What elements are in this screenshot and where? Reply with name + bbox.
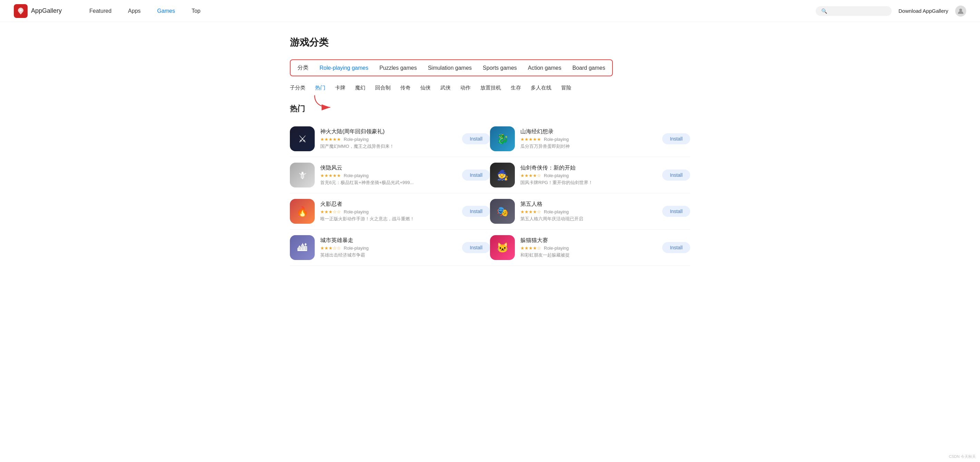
category-simulation[interactable]: Simulation games (428, 65, 472, 71)
app-item-huoying: 🔥 火影忍者 ★★★☆☆ Role-playing 唯一正版火影动作手游！火之意… (290, 193, 490, 229)
search-icon: 🔍 (821, 8, 827, 14)
app-desc-xianjian: 国风卡牌RPG！重开你的仙剑世界！ (520, 180, 624, 186)
app-meta-xiayinfengyun: ★★★★★ Role-playing (320, 173, 457, 178)
app-name-xianjian: 仙剑奇侠传：新的开始 (520, 164, 657, 172)
app-stars-xiayinfengyun: ★★★★★ (320, 173, 341, 178)
app-stars-diwirencha: ★★★★☆ (520, 209, 541, 214)
logo-area: AppGallery (14, 4, 62, 18)
app-meta-huoying: ★★★☆☆ Role-playing (320, 209, 457, 214)
app-genre-shanhai: Role-playing (544, 137, 569, 142)
app-genre-diwirencha: Role-playing (544, 209, 569, 214)
user-avatar[interactable] (955, 6, 966, 17)
app-icon-huoying: 🔥 (290, 199, 315, 224)
subcategory-idle[interactable]: 放置挂机 (480, 84, 501, 91)
app-desc-chengshi: 英雄出击经济城市争霸 (320, 252, 424, 258)
app-icon-diwirencha: 🎭 (490, 199, 515, 224)
app-info-chengshi: 城市英雄暴走 ★★★☆☆ Role-playing 英雄出击经济城市争霸 (320, 237, 457, 258)
app-desc-huoying: 唯一正版火影动作手游！火之意志，战斗重燃！ (320, 216, 424, 222)
app-meta-chengshi: ★★★☆☆ Role-playing (320, 245, 457, 251)
nav-apps[interactable]: Apps (128, 8, 140, 14)
app-meta-duomao: ★★★★☆ Role-playing (520, 245, 657, 251)
install-button-xiayinfengyun[interactable]: Install (462, 169, 490, 181)
app-name-shenhuo: 神火大陆(周年回归领豪礼) (320, 128, 457, 135)
app-genre-huoying: Role-playing (344, 209, 369, 214)
huawei-logo-icon (14, 4, 28, 18)
nav-top[interactable]: Top (191, 8, 200, 14)
subcategory-magic[interactable]: 魔幻 (355, 84, 366, 91)
main-content: 游戏分类 分类 Role-playing games Puzzles games… (283, 22, 697, 280)
app-item-shenhuo: ⚔ 神火大陆(周年回归领豪礼) ★★★★★ Role-playing 国产魔幻M… (290, 121, 490, 157)
app-stars-huoying: ★★★☆☆ (320, 209, 341, 214)
app-genre-shenhuo: Role-playing (344, 137, 369, 142)
app-desc-shenhuo: 国产魔幻MMO，魔王之战异兽归来！ (320, 143, 424, 150)
app-item-duomao: 🐱 躲猫猫大赛 ★★★★☆ Role-playing 和彩虹朋友一起躲藏被捉 I… (490, 229, 690, 266)
category-roleplaying[interactable]: Role-playing games (320, 65, 368, 71)
subcategory-adventure[interactable]: 冒险 (561, 84, 571, 91)
install-button-duomao[interactable]: Install (662, 242, 690, 253)
app-name-shanhai: 山海经幻想录 (520, 128, 657, 135)
subcategory-turn[interactable]: 回合制 (375, 84, 391, 91)
app-item-xiayinfengyun: 🗡 侠隐风云 ★★★★★ Role-playing 首充6元：极品红装+神兽坐骑… (290, 157, 490, 193)
app-name-diwirencha: 第五人格 (520, 201, 657, 208)
subcategory-card[interactable]: 卡牌 (335, 84, 345, 91)
app-meta-shanhai: ★★★★★ Role-playing (520, 137, 657, 142)
app-stars-duomao: ★★★★☆ (520, 245, 541, 251)
search-input[interactable] (830, 8, 886, 14)
nav-games[interactable]: Games (158, 8, 175, 14)
app-info-diwirencha: 第五人格 ★★★★☆ Role-playing 第五人格六周年庆活动现已开启 (520, 201, 657, 222)
install-button-chengshi[interactable]: Install (462, 242, 490, 253)
app-item-diwirencha: 🎭 第五人格 ★★★★☆ Role-playing 第五人格六周年庆活动现已开启… (490, 193, 690, 229)
app-grid: ⚔ 神火大陆(周年回归领豪礼) ★★★★★ Role-playing 国产魔幻M… (290, 121, 690, 266)
subcategory-survival[interactable]: 生存 (511, 84, 521, 91)
app-icon-shenhuo: ⚔ (290, 126, 315, 151)
app-info-xiayinfengyun: 侠隐风云 ★★★★★ Role-playing 首充6元：极品红装+神兽坐骑+极… (320, 164, 457, 186)
download-button[interactable]: Download AppGallery (899, 8, 948, 14)
app-meta-xianjian: ★★★★☆ Role-playing (520, 173, 657, 178)
category-puzzles[interactable]: Puzzles games (379, 65, 417, 71)
header-right: 🔍 Download AppGallery (816, 6, 966, 17)
category-selector: 分类 Role-playing games Puzzles games Simu… (290, 59, 613, 76)
app-icon-shanhai: 🐉 (490, 126, 515, 151)
header: AppGallery Featured Apps Games Top 🔍 Dow… (0, 0, 980, 22)
app-icon-xianjian: 🧙 (490, 162, 515, 188)
subcategory-action[interactable]: 动作 (460, 84, 471, 91)
subcategory-wuxia[interactable]: 武侠 (440, 84, 451, 91)
app-name-huoying: 火影忍者 (320, 201, 457, 208)
app-name: AppGallery (31, 7, 62, 14)
app-icon-chengshi: 🏙 (290, 235, 315, 260)
app-icon-xiayinfengyun: 🗡 (290, 162, 315, 188)
app-genre-xiayinfengyun: Role-playing (344, 173, 369, 178)
category-sports[interactable]: Sports games (483, 65, 517, 71)
arrow-indicator (311, 94, 336, 111)
svg-point-0 (20, 9, 22, 11)
main-nav: Featured Apps Games Top (89, 8, 816, 14)
app-icon-duomao: 🐱 (490, 235, 515, 260)
app-genre-chengshi: Role-playing (344, 245, 369, 251)
app-item-xianjian: 🧙 仙剑奇侠传：新的开始 ★★★★☆ Role-playing 国风卡牌RPG！… (490, 157, 690, 193)
app-stars-chengshi: ★★★☆☆ (320, 245, 341, 251)
subcategory-hot[interactable]: 热门 (315, 84, 325, 91)
subcategory-area: 子分类 热门 卡牌 魔幻 回合制 传奇 仙侠 武侠 动作 放置挂机 生存 多人在… (290, 84, 690, 91)
subcategory-legend[interactable]: 传奇 (400, 84, 410, 91)
search-box[interactable]: 🔍 (816, 6, 892, 16)
install-button-diwirencha[interactable]: Install (662, 206, 690, 217)
category-action[interactable]: Action games (528, 65, 562, 71)
install-button-shanhai[interactable]: Install (662, 133, 690, 144)
subcategory-xianxia[interactable]: 仙侠 (420, 84, 431, 91)
app-genre-xianjian: Role-playing (544, 173, 569, 178)
category-label: 分类 (298, 64, 309, 72)
app-item-chengshi: 🏙 城市英雄暴走 ★★★☆☆ Role-playing 英雄出击经济城市争霸 I… (290, 229, 490, 266)
install-button-xianjian[interactable]: Install (662, 169, 690, 181)
app-name-duomao: 躲猫猫大赛 (520, 237, 657, 244)
install-button-huoying[interactable]: Install (462, 206, 490, 217)
nav-featured[interactable]: Featured (89, 8, 111, 14)
app-info-huoying: 火影忍者 ★★★☆☆ Role-playing 唯一正版火影动作手游！火之意志，… (320, 201, 457, 222)
section-title: 热门 (290, 104, 690, 114)
subcategory-multiplayer[interactable]: 多人在线 (531, 84, 551, 91)
app-meta-diwirencha: ★★★★☆ Role-playing (520, 209, 657, 214)
app-desc-xiayinfengyun: 首充6元：极品红装+神兽坐骑+极品光武+999... (320, 180, 424, 186)
app-genre-duomao: Role-playing (544, 245, 569, 251)
category-board[interactable]: Board games (573, 65, 605, 71)
subcategory-row: 子分类 热门 卡牌 魔幻 回合制 传奇 仙侠 武侠 动作 放置挂机 生存 多人在… (290, 84, 690, 91)
install-button-shenhuo[interactable]: Install (462, 133, 490, 144)
